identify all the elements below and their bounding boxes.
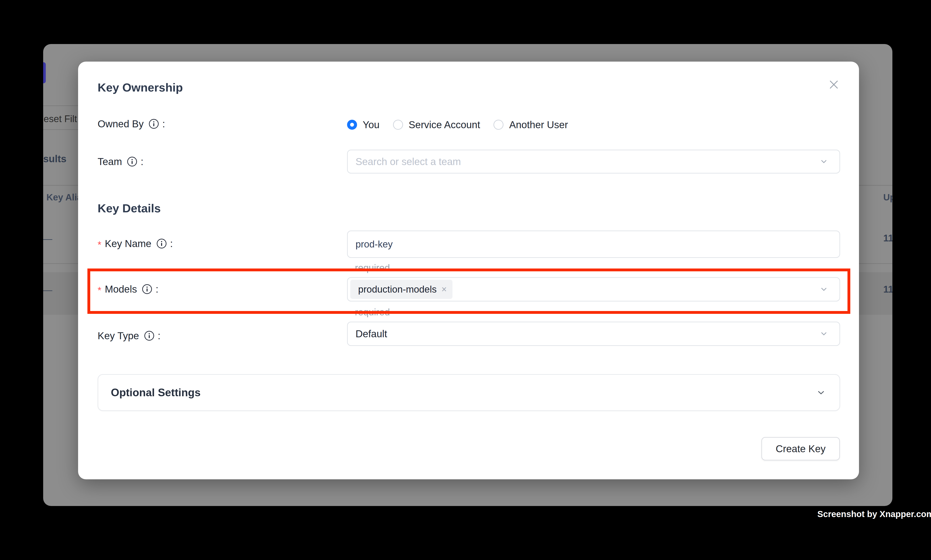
- radio-option-service-account[interactable]: Service Account: [393, 119, 480, 131]
- column-header-key-alias[interactable]: Key Alia: [46, 192, 82, 203]
- radio-checked-icon: [347, 120, 357, 130]
- column-header-updated-fragment[interactable]: Up: [883, 192, 893, 203]
- results-count-fragment: sults: [43, 153, 66, 165]
- radio-option-another-user[interactable]: Another User: [494, 119, 568, 131]
- team-select[interactable]: Search or select a team: [347, 150, 840, 174]
- optional-settings-label: Optional Settings: [111, 386, 201, 399]
- key-type-select[interactable]: Default: [347, 322, 840, 346]
- key-type-value: Default: [348, 328, 387, 340]
- chevron-down-icon: [820, 157, 828, 166]
- key-name-input[interactable]: prod-key: [347, 231, 840, 258]
- info-icon[interactable]: [148, 118, 159, 129]
- modal-close-button[interactable]: [828, 78, 840, 91]
- table-top-border-left: [43, 185, 78, 186]
- radio-unchecked-icon: [494, 120, 503, 130]
- create-key-button[interactable]: Create Key: [762, 437, 840, 460]
- info-icon[interactable]: [127, 156, 137, 167]
- info-icon[interactable]: [144, 330, 155, 341]
- screenshot-stage: eset Filt sults Key Alia — — Up 11/ 11/ …: [0, 0, 931, 560]
- label-colon: :: [140, 156, 143, 168]
- owned-by-radio-group: You Service Account Another User: [347, 119, 568, 131]
- table-row1-date-fragment: 11/: [883, 233, 893, 243]
- reset-filters-button-fragment[interactable]: eset Filt: [44, 114, 77, 124]
- toolbar-divider-top: [43, 105, 78, 106]
- chevron-down-icon: [820, 329, 828, 338]
- table-row-divider-right: [859, 263, 893, 264]
- owned-by-label: Owned By :: [98, 118, 165, 130]
- table-row-divider-left: [43, 263, 78, 264]
- radio-label: Another User: [509, 119, 568, 131]
- team-label: Team :: [98, 156, 143, 168]
- label-colon: :: [162, 118, 165, 130]
- toolbar-divider-bottom: [43, 129, 78, 130]
- annotation-highlight-models-row: [88, 269, 850, 314]
- key-name-value: prod-key: [348, 239, 392, 250]
- label-colon: :: [170, 238, 173, 249]
- key-details-heading: Key Details: [98, 202, 161, 215]
- create-key-button-label: Create Key: [776, 443, 826, 455]
- radio-option-you[interactable]: You: [347, 119, 380, 131]
- info-icon[interactable]: [156, 238, 167, 249]
- label-colon: :: [158, 330, 160, 342]
- hidden-primary-button-fragment: [43, 62, 46, 83]
- radio-label: Service Account: [409, 119, 480, 131]
- table-row2-cell-dash: —: [43, 284, 52, 295]
- close-icon: [828, 78, 840, 91]
- required-asterisk: *: [98, 240, 101, 250]
- chevron-down-icon: [816, 388, 826, 398]
- radio-unchecked-icon: [393, 120, 403, 130]
- key-name-label: * Key Name :: [98, 238, 173, 249]
- modal-title: Key Ownership: [98, 81, 183, 94]
- table-top-border-right: [859, 185, 893, 186]
- watermark-text: Screenshot by Xnapper.com: [817, 509, 931, 519]
- radio-label: You: [363, 119, 380, 131]
- table-row2-date-fragment: 11/: [883, 284, 893, 295]
- table-row1-cell-dash: —: [43, 233, 52, 245]
- team-select-placeholder: Search or select a team: [348, 156, 461, 168]
- key-type-label: Key Type :: [98, 330, 160, 342]
- optional-settings-toggle[interactable]: Optional Settings: [98, 374, 840, 411]
